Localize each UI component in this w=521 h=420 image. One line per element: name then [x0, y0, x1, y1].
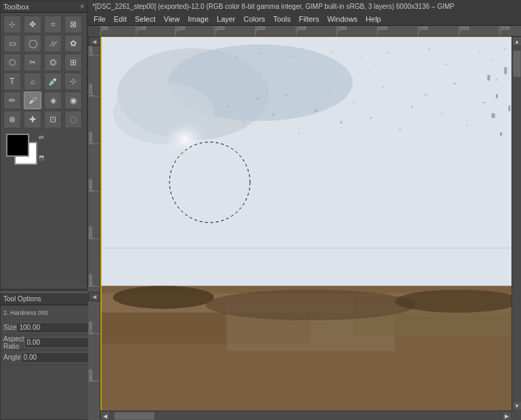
colorpick-btn[interactable]: 💉	[44, 73, 62, 90]
select-menu[interactable]: Select	[131, 14, 160, 24]
swap-colors-btn[interactable]: ⇄	[39, 134, 44, 140]
hardness-label: 2. Hardness 050	[3, 309, 48, 316]
svg-rect-18	[403, 71, 404, 72]
svg-point-60	[206, 290, 416, 320]
collapse-vertical-btn[interactable]: ◀	[88, 37, 100, 46]
ruler-mark-v: |8000	[88, 369, 100, 381]
ruler-top: |50 |100 |150 |200 |250 |300 |350 |400 |…	[100, 26, 521, 37]
colors-menu[interactable]: Colors	[239, 14, 269, 24]
edit-menu[interactable]: Edit	[110, 14, 131, 24]
svg-rect-32	[298, 132, 299, 134]
svg-rect-13	[332, 52, 333, 54]
text-btn[interactable]: T	[3, 73, 21, 90]
view-menu[interactable]: View	[159, 14, 184, 24]
foreground-color-swatch[interactable]	[6, 134, 29, 157]
scroll-right-btn[interactable]: ▶	[502, 411, 512, 420]
ellipse-select-btn[interactable]: ◯	[24, 35, 41, 52]
extra-btn[interactable]: ⊹	[64, 73, 82, 90]
scroll-thumb-h[interactable]	[114, 412, 155, 420]
svg-rect-47	[487, 75, 490, 81]
free-select-btn[interactable]: ⌭	[44, 35, 62, 52]
scroll-corner	[512, 411, 521, 420]
ruler-mark: |450	[418, 26, 429, 36]
svg-rect-8	[260, 52, 262, 54]
aspect-label: Aspect Ratio	[3, 335, 24, 350]
crop-tool-btn[interactable]: ⊠	[64, 16, 82, 33]
reset-colors-btn[interactable]: ⬒	[39, 154, 45, 161]
collapse-panel-btn[interactable]: ◀	[88, 292, 100, 301]
svg-rect-43	[454, 83, 456, 85]
filters-menu[interactable]: Filters	[295, 14, 324, 24]
airbrush-btn[interactable]: ◉	[64, 92, 82, 109]
svg-rect-65	[100, 37, 521, 37]
ruler-mark-v: |4000	[88, 179, 100, 191]
svg-rect-27	[227, 106, 229, 107]
layer-menu[interactable]: Layer	[213, 14, 240, 24]
svg-rect-12	[319, 60, 320, 61]
tool-options-header: Tool Options	[1, 293, 97, 305]
rect-select-btn[interactable]: ▭	[3, 35, 21, 52]
ruler-mark: |550	[499, 26, 510, 36]
main-menubar: File Edit Select View Image Layer Colors…	[88, 12, 521, 26]
heal-btn[interactable]: ✚	[24, 111, 41, 128]
svg-rect-50	[492, 113, 495, 118]
svg-rect-10	[290, 56, 292, 57]
ruler-mark-v: |2000	[88, 84, 100, 96]
svg-rect-30	[273, 113, 274, 116]
zoom-btn[interactable]: ⌕	[24, 73, 41, 90]
ruler-mark: |200	[214, 26, 225, 36]
image-menu[interactable]: Image	[184, 14, 213, 24]
svg-rect-46	[496, 79, 497, 81]
windows-menu[interactable]: Windows	[323, 14, 362, 24]
move-tool-btn[interactable]: ✥	[24, 16, 41, 33]
scrollbar-bottom[interactable]: ◀ ▶	[100, 411, 512, 420]
svg-rect-36	[353, 102, 354, 103]
main-titlebar: *[DSC_2261_step00] (exported)-12.0 (RGB …	[88, 0, 521, 12]
color-select-btn[interactable]: ⬡	[3, 54, 21, 71]
svg-rect-29	[256, 98, 258, 99]
svg-point-59	[113, 286, 214, 309]
ruler-mark-v: |3000	[88, 132, 100, 144]
file-menu[interactable]: File	[90, 14, 110, 24]
svg-rect-31	[286, 94, 288, 96]
fuzzy-select-btn[interactable]: ✿	[64, 35, 82, 52]
eraser-btn[interactable]: ◈	[44, 92, 62, 109]
blur-btn[interactable]: ◌	[64, 111, 82, 128]
svg-rect-17	[387, 52, 389, 54]
scroll-thumb-v[interactable]	[513, 50, 521, 77]
scrollbar-right[interactable]: ▲ ▼	[512, 37, 521, 411]
tools-menu[interactable]: Tools	[269, 14, 295, 24]
ruler-mark: |300	[296, 26, 307, 36]
aspect-row: Aspect Ratio ↺ ⊕	[1, 335, 97, 350]
svg-rect-42	[441, 113, 442, 115]
svg-rect-33	[315, 109, 317, 111]
toolbox-close-btn[interactable]: ×	[80, 3, 84, 10]
scroll-left-btn[interactable]: ◀	[100, 411, 110, 420]
ruler-mark: |250	[255, 26, 266, 36]
ruler-mark-v: |6000	[88, 274, 100, 286]
pointer-tool-btn[interactable]: ⊹	[3, 16, 21, 33]
color-area: ⇄ ⬒	[6, 134, 81, 174]
ruler-mark: |150	[175, 26, 186, 36]
svg-rect-22	[458, 56, 459, 56]
scissors-btn[interactable]: ✂	[24, 54, 41, 71]
perspective-clone-btn[interactable]: ⊡	[44, 111, 62, 128]
clone-btn[interactable]: ⊗	[3, 111, 21, 128]
ruler-mark-v: |5000	[88, 227, 100, 239]
paintbrush-btn[interactable]: 🖌	[24, 92, 41, 109]
svg-rect-40	[412, 106, 413, 109]
svg-rect-38	[382, 86, 383, 88]
svg-rect-24	[479, 52, 480, 54]
measure-btn[interactable]: ⊞	[64, 54, 82, 71]
svg-point-61	[395, 290, 521, 313]
svg-rect-28	[244, 121, 245, 123]
canvas-area[interactable]	[100, 37, 521, 420]
transform-tool-btn[interactable]: ⌗	[44, 16, 62, 33]
paths-btn[interactable]: ⏣	[44, 54, 62, 71]
ruler-mark: |100	[136, 26, 147, 36]
help-menu[interactable]: Help	[362, 14, 385, 24]
pencil-btn[interactable]: ✏	[3, 92, 21, 109]
image-canvas	[100, 37, 521, 420]
scroll-down-btn[interactable]: ▼	[512, 401, 521, 411]
scroll-up-btn[interactable]: ▲	[512, 37, 521, 46]
